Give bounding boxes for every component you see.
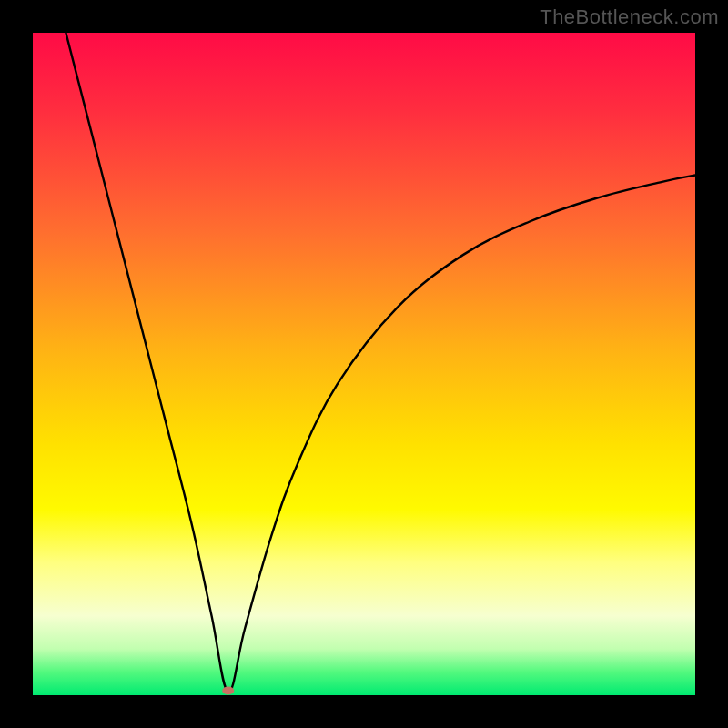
plot-area (33, 33, 695, 695)
chart-frame: TheBottleneck.com (0, 0, 728, 728)
minimum-marker (222, 686, 234, 694)
watermark-text: TheBottleneck.com (540, 5, 719, 29)
gradient-background (33, 33, 695, 695)
bottleneck-chart (33, 33, 695, 695)
